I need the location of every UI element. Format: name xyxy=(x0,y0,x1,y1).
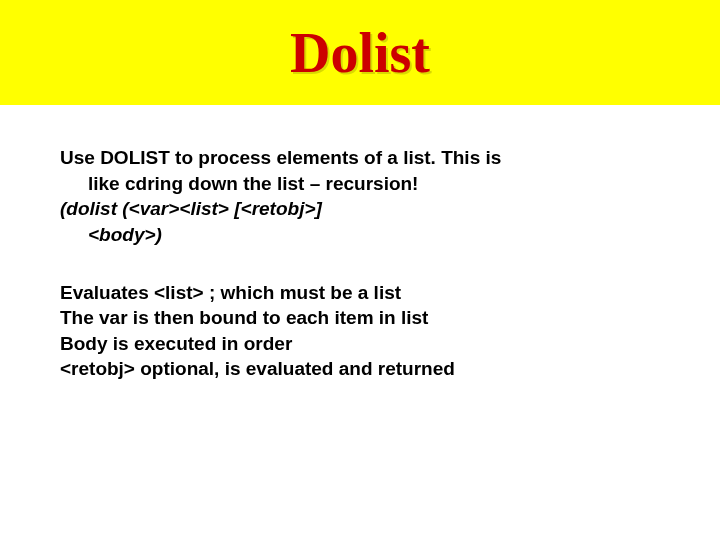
text-line: (dolist (<var><list> [<retobj>] xyxy=(60,196,660,222)
text-line: The var is then bound to each item in li… xyxy=(60,305,660,331)
paragraph-usage: Use DOLIST to process elements of a list… xyxy=(60,145,660,248)
text-line: Evaluates <list> ; which must be a list xyxy=(60,280,660,306)
text-line: <retobj> optional, is evaluated and retu… xyxy=(60,356,660,382)
title-banner: Dolist xyxy=(0,0,720,105)
paragraph-explanation: Evaluates <list> ; which must be a list … xyxy=(60,280,660,383)
slide-content: Use DOLIST to process elements of a list… xyxy=(0,105,720,382)
slide-title: Dolist xyxy=(290,21,430,85)
text-line: <body>) xyxy=(60,222,660,248)
text-line: Use DOLIST to process elements of a list… xyxy=(60,145,660,171)
text-line: Body is executed in order xyxy=(60,331,660,357)
text-line: like cdring down the list – recursion! xyxy=(60,171,660,197)
